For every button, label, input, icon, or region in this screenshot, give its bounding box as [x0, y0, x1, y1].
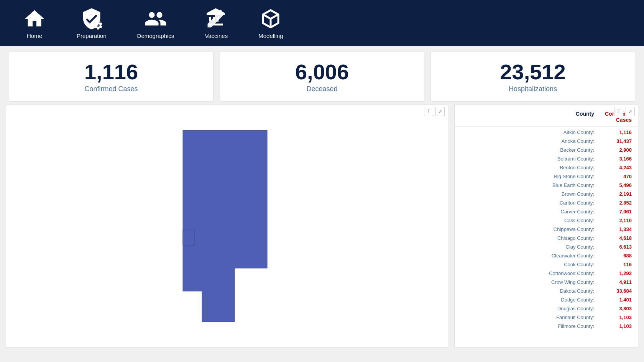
table-row: Faribault County: 1,103	[455, 313, 638, 322]
modelling-icon	[259, 7, 282, 30]
map-panel: ⊤ ⤢	[6, 105, 448, 347]
td-county: Faribault County:	[461, 314, 597, 320]
td-cases: 33,684	[597, 288, 632, 294]
county-map-svg	[146, 126, 307, 326]
nav-item-preparation[interactable]: Preparation	[61, 2, 122, 45]
map-toolbar: ⊤ ⤢	[424, 107, 445, 116]
td-county: Aitkin County:	[461, 129, 597, 135]
table-row: Becker County: 2,900	[455, 146, 638, 154]
table-panel: ⊤ ⤢ County Confirmed Cases Aitkin County…	[454, 105, 638, 347]
nav-item-vaccines[interactable]: Vaccines	[189, 2, 243, 45]
stat-confirmed: 1,116 Confirmed Cases	[9, 52, 214, 102]
td-cases: 1,103	[597, 323, 632, 329]
td-county: Becker County:	[461, 147, 597, 153]
td-cases: 3,803	[597, 306, 632, 311]
td-cases: 2,900	[597, 147, 632, 153]
nav-home-label: Home	[27, 33, 42, 39]
nav-modelling-label: Modelling	[258, 33, 283, 39]
td-county: Chisago County:	[461, 235, 597, 241]
navbar: Home Preparation Demographics	[0, 0, 644, 46]
td-cases: 6,613	[597, 244, 632, 250]
table-filter-icon: ⊤	[617, 109, 621, 114]
td-county: Crow Wing County:	[461, 279, 597, 285]
table-row: Dakota County: 33,684	[455, 287, 638, 295]
filter-icon: ⊤	[427, 109, 430, 114]
td-county: Anoka County:	[461, 138, 597, 144]
stat-deceased: 6,006 Deceased	[220, 52, 424, 102]
confirmed-label: Confirmed Cases	[84, 85, 138, 93]
td-cases: 4,618	[597, 235, 632, 241]
table-row: Crow Wing County: 4,911	[455, 278, 638, 287]
td-cases: 116	[597, 262, 632, 267]
td-cases: 2,191	[597, 191, 632, 197]
td-cases: 4,243	[597, 165, 632, 170]
td-cases: 1,401	[597, 297, 632, 303]
td-cases: 31,437	[597, 138, 632, 144]
td-county: Big Stone County:	[461, 174, 597, 179]
nav-item-modelling[interactable]: Modelling	[243, 2, 298, 45]
deceased-label: Deceased	[306, 85, 337, 93]
content-row: ⊤ ⤢ ⊤ ⤢ County Confirmed	[0, 102, 644, 353]
vaccines-icon	[205, 7, 228, 30]
td-cases: 1,292	[597, 270, 632, 276]
td-county: Douglas County:	[461, 306, 597, 311]
map-container	[6, 105, 448, 347]
table-row: Anoka County: 31,437	[455, 137, 638, 146]
td-county: Cook County:	[461, 262, 597, 267]
table-row: Dodge County: 1,401	[455, 295, 638, 304]
table-row: Fillmore County: 1,103	[455, 322, 638, 331]
table-row: Cass County: 2,110	[455, 216, 638, 225]
td-county: Cass County:	[461, 218, 597, 223]
td-county: Benton County:	[461, 165, 597, 170]
td-cases: 1,103	[597, 314, 632, 320]
td-county: Carver County:	[461, 209, 597, 215]
table-row: Douglas County: 3,803	[455, 304, 638, 313]
table-row: Clearwater County: 688	[455, 251, 638, 260]
map-filter-button[interactable]: ⊤	[424, 107, 433, 116]
td-county: Cottonwood County:	[461, 270, 597, 276]
td-county: Clearwater County:	[461, 253, 597, 259]
hospitalizations-label: Hospitalizations	[509, 85, 557, 93]
td-county: Fillmore County:	[461, 323, 597, 329]
table-row: Chippewa County: 1,334	[455, 225, 638, 234]
table-expand-button[interactable]: ⤢	[626, 107, 635, 116]
table-row: Cook County: 116	[455, 260, 638, 269]
td-cases: 2,110	[597, 218, 632, 223]
deceased-number: 6,006	[295, 60, 349, 84]
table-row: Brown County: 2,191	[455, 190, 638, 198]
preparation-icon	[80, 7, 103, 30]
confirmed-number: 1,116	[84, 60, 138, 84]
table-row: Carlton County: 2,852	[455, 198, 638, 207]
table-row: Aitkin County: 1,116	[455, 128, 638, 137]
table-row: Beltrami County: 3,166	[455, 154, 638, 163]
county-table-scroll[interactable]: Aitkin County: 1,116 Anoka County: 31,43…	[455, 126, 638, 347]
demographics-icon	[144, 7, 167, 30]
td-county: Brown County:	[461, 191, 597, 197]
table-row: Cottonwood County: 1,292	[455, 269, 638, 278]
map-expand-button[interactable]: ⤢	[435, 107, 445, 116]
table-toolbar: ⊤ ⤢	[614, 107, 635, 116]
td-county: Chippewa County:	[461, 226, 597, 232]
home-icon	[23, 7, 46, 30]
td-cases: 1,334	[597, 226, 632, 232]
stat-hospitalizations: 23,512 Hospitalizations	[430, 52, 635, 102]
col-header-county: County	[461, 111, 597, 123]
nav-item-home[interactable]: Home	[8, 2, 61, 45]
td-cases: 4,911	[597, 279, 632, 285]
stats-row: 1,116 Confirmed Cases 6,006 Deceased 23,…	[0, 46, 644, 102]
table-expand-icon: ⤢	[628, 109, 632, 114]
td-county: Blue Earth County:	[461, 182, 597, 188]
table-filter-button[interactable]: ⊤	[614, 107, 623, 116]
td-county: Beltrami County:	[461, 156, 597, 162]
nav-vaccines-label: Vaccines	[205, 33, 228, 39]
table-row: Chisago County: 4,618	[455, 234, 638, 242]
td-cases: 3,166	[597, 156, 632, 162]
nav-preparation-label: Preparation	[77, 33, 107, 39]
td-cases: 2,852	[597, 200, 632, 206]
nav-item-demographics[interactable]: Demographics	[122, 2, 190, 45]
table-header: County Confirmed Cases	[455, 107, 638, 126]
td-county: Carlton County:	[461, 200, 597, 206]
td-cases: 470	[597, 174, 632, 179]
hospitalizations-number: 23,512	[500, 60, 565, 84]
table-row: Carver County: 7,061	[455, 207, 638, 216]
